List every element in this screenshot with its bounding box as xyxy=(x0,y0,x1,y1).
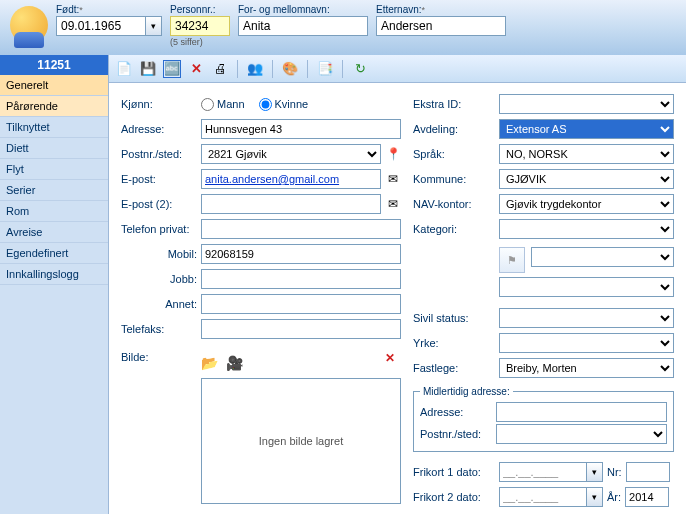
palette-icon[interactable]: 🎨 xyxy=(281,60,299,78)
form-area: Kjønn: Mann Kvinne Adresse: Postnr./sted… xyxy=(109,83,686,514)
adresse-input[interactable] xyxy=(201,119,401,139)
kategori-select[interactable] xyxy=(499,219,674,239)
kjonn-kvinne-option[interactable]: Kvinne xyxy=(259,98,309,111)
main-area: 11251 Generelt Pårørende Tilknyttet Diet… xyxy=(0,55,686,514)
dob-field-group: Født:* ▾ xyxy=(56,4,162,36)
dob-dropdown-button[interactable]: ▾ xyxy=(146,16,162,36)
annet-label: Annet: xyxy=(121,298,201,310)
yrke-select[interactable] xyxy=(499,333,674,353)
postnr-label: Postnr./sted: xyxy=(121,148,201,160)
frikort1-nr-input[interactable] xyxy=(626,462,670,482)
kommune-select[interactable]: GJØVIK xyxy=(499,169,674,189)
kjonn-mann-radio[interactable] xyxy=(201,98,214,111)
delete-icon[interactable]: ✕ xyxy=(187,60,205,78)
telefaks-label: Telefaks: xyxy=(121,323,201,335)
person-avatar-icon xyxy=(10,6,48,44)
lastname-input[interactable] xyxy=(376,16,506,36)
transfer-icon[interactable]: 📑 xyxy=(316,60,334,78)
frikort1-date-dropdown[interactable]: ▾ xyxy=(587,462,603,482)
telefaks-input[interactable] xyxy=(201,319,401,339)
yrke-label: Yrke: xyxy=(413,337,499,349)
jobb-input[interactable] xyxy=(201,269,401,289)
m-adresse-label: Adresse: xyxy=(420,406,496,418)
sidebar-item-parorende[interactable]: Pårørende xyxy=(0,96,108,117)
kjonn-kvinne-radio[interactable] xyxy=(259,98,272,111)
users-icon[interactable]: 👥 xyxy=(246,60,264,78)
fastlege-label: Fastlege: xyxy=(413,362,499,374)
sidebar-item-generelt[interactable]: Generelt xyxy=(0,75,108,96)
firstname-field-group: For- og mellomnavn: xyxy=(238,4,368,36)
sidebar-item-avreise[interactable]: Avreise xyxy=(0,222,108,243)
dob-input[interactable] xyxy=(56,16,146,36)
annet-input[interactable] xyxy=(201,294,401,314)
frikort1-nr-label: Nr: xyxy=(607,466,622,478)
firstname-input[interactable] xyxy=(238,16,368,36)
toolbar: 📄 💾 🔤 ✕ 🖨 👥 🎨 📑 ↻ xyxy=(109,55,686,83)
epost-label: E-post: xyxy=(121,173,201,185)
toolbar-separator xyxy=(307,60,308,78)
record-id: 11251 xyxy=(0,55,108,75)
dob-label: Født:* xyxy=(56,4,162,15)
ekstraid-select[interactable] xyxy=(499,94,674,114)
new-icon[interactable]: 📄 xyxy=(115,60,133,78)
midlertidig-legend: Midlertidig adresse: xyxy=(420,386,513,397)
app-header: Født:* ▾ Personnr.: (5 siffer) For- og m… xyxy=(0,0,686,55)
map-icon[interactable]: 📍 xyxy=(385,146,401,162)
flag-button[interactable]: ⚑ xyxy=(499,247,525,273)
bilde-preview: Ingen bilde lagret xyxy=(201,378,401,504)
form-right-column: Ekstra ID: Avdeling:Extensor AS Språk:NO… xyxy=(413,93,674,504)
flag-select[interactable] xyxy=(531,247,674,267)
mobil-input[interactable] xyxy=(201,244,401,264)
nav-select[interactable]: Gjøvik trygdekontor xyxy=(499,194,674,214)
bilde-remove-icon[interactable]: ✕ xyxy=(385,351,395,365)
sidebar-item-tilknyttet[interactable]: Tilknyttet xyxy=(0,117,108,138)
postnr-select[interactable]: 2821 Gjøvik xyxy=(201,144,381,164)
fastlege-select[interactable]: Breiby, Morten xyxy=(499,358,674,378)
sprak-select[interactable]: NO, NORSK xyxy=(499,144,674,164)
sidebar-item-egendefinert[interactable]: Egendefinert xyxy=(0,243,108,264)
epost2-label: E-post (2): xyxy=(121,198,201,210)
personnr-label: Personnr.: xyxy=(170,4,230,15)
frikort2-date-input[interactable] xyxy=(499,487,587,507)
m-postnr-select[interactable] xyxy=(496,424,667,444)
personnr-input[interactable] xyxy=(170,16,230,36)
extra-select[interactable] xyxy=(499,277,674,297)
sidebar-item-rom[interactable]: Rom xyxy=(0,201,108,222)
epost2-input[interactable] xyxy=(201,194,381,214)
personnr-field-group: Personnr.: (5 siffer) xyxy=(170,4,230,47)
mail-icon[interactable]: ✉ xyxy=(385,171,401,187)
personnr-hint: (5 siffer) xyxy=(170,37,230,47)
sivil-select[interactable] xyxy=(499,308,674,328)
midlertidig-adresse-group: Midlertidig adresse: Adresse: Postnr./st… xyxy=(413,386,674,452)
telefon-input[interactable] xyxy=(201,219,401,239)
frikort1-date-input[interactable] xyxy=(499,462,587,482)
save-icon[interactable]: 💾 xyxy=(139,60,157,78)
frikort2-ar-input[interactable] xyxy=(625,487,669,507)
webcam-icon[interactable]: 🎥 xyxy=(226,355,243,371)
mail-icon[interactable]: ✉ xyxy=(385,196,401,212)
flag-icon: ⚑ xyxy=(507,254,517,267)
sidebar-item-flyt[interactable]: Flyt xyxy=(0,159,108,180)
form-left-column: Kjønn: Mann Kvinne Adresse: Postnr./sted… xyxy=(121,93,401,504)
toolbar-separator xyxy=(237,60,238,78)
kjonn-mann-option[interactable]: Mann xyxy=(201,98,245,111)
kjonn-label: Kjønn: xyxy=(121,98,201,110)
bilde-placeholder-text: Ingen bilde lagret xyxy=(259,435,343,447)
folder-open-icon[interactable]: 📂 xyxy=(201,355,218,371)
print-icon[interactable]: 🖨 xyxy=(211,60,229,78)
avdeling-select[interactable]: Extensor AS xyxy=(499,119,674,139)
sidebar-item-diett[interactable]: Diett xyxy=(0,138,108,159)
sidebar-item-serier[interactable]: Serier xyxy=(0,180,108,201)
refresh-icon[interactable]: ↻ xyxy=(351,60,369,78)
kommune-label: Kommune: xyxy=(413,173,499,185)
frikort2-date-dropdown[interactable]: ▾ xyxy=(587,487,603,507)
telefon-label: Telefon privat: xyxy=(121,223,201,235)
sidebar-item-innkallingslogg[interactable]: Innkallingslogg xyxy=(0,264,108,285)
frikort2-ar-label: År: xyxy=(607,491,621,503)
epost-input[interactable] xyxy=(201,169,381,189)
card-icon[interactable]: 🔤 xyxy=(163,60,181,78)
frikort2-label: Frikort 2 dato: xyxy=(413,491,499,503)
sidebar: 11251 Generelt Pårørende Tilknyttet Diet… xyxy=(0,55,108,514)
firstname-label: For- og mellomnavn: xyxy=(238,4,368,15)
m-adresse-input[interactable] xyxy=(496,402,667,422)
